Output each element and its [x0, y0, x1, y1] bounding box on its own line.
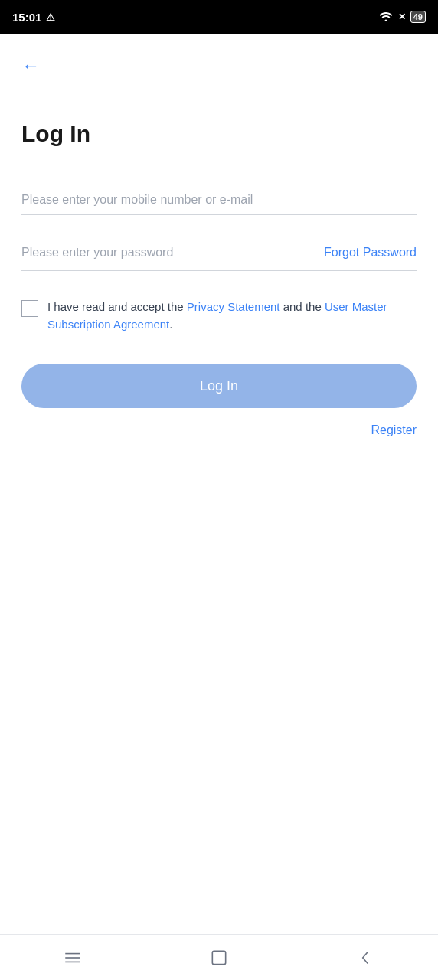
email-input-group [21, 185, 417, 215]
terms-checkbox[interactable] [21, 300, 38, 317]
checkbox-row: I have read and accept the Privacy State… [21, 299, 417, 333]
privacy-statement-link[interactable]: Privacy Statement [187, 300, 280, 313]
back-button[interactable]: ← [21, 49, 40, 83]
login-button[interactable]: Log In [21, 364, 417, 408]
back-button-container: ← [21, 34, 417, 90]
svg-rect-3 [212, 951, 225, 964]
main-content: ← Log In Forgot Password I have read and… [0, 34, 438, 934]
warning-icon: ⚠ [46, 11, 55, 23]
home-icon[interactable] [209, 948, 229, 968]
back-arrow-icon: ← [21, 55, 40, 77]
menu-icon[interactable] [63, 948, 83, 968]
forgot-password-button[interactable]: Forgot Password [324, 246, 417, 260]
password-input[interactable] [21, 243, 324, 263]
status-icons: ✕ 49 [378, 11, 426, 24]
terms-label: I have read and accept the Privacy State… [47, 299, 417, 333]
battery-icon: 49 [410, 11, 426, 23]
register-link[interactable]: Register [371, 423, 417, 437]
back-nav-icon[interactable] [355, 948, 375, 968]
bottom-nav [0, 934, 438, 980]
wifi-icon [378, 11, 394, 24]
email-input[interactable] [21, 185, 417, 215]
password-row: Forgot Password [21, 243, 417, 271]
register-container: Register [21, 423, 417, 437]
page-title: Log In [21, 121, 417, 147]
status-bar: 15:01 ⚠ ✕ 49 [0, 0, 438, 34]
x-icon: ✕ [398, 11, 406, 22]
status-time: 15:01 ⚠ [12, 11, 55, 24]
